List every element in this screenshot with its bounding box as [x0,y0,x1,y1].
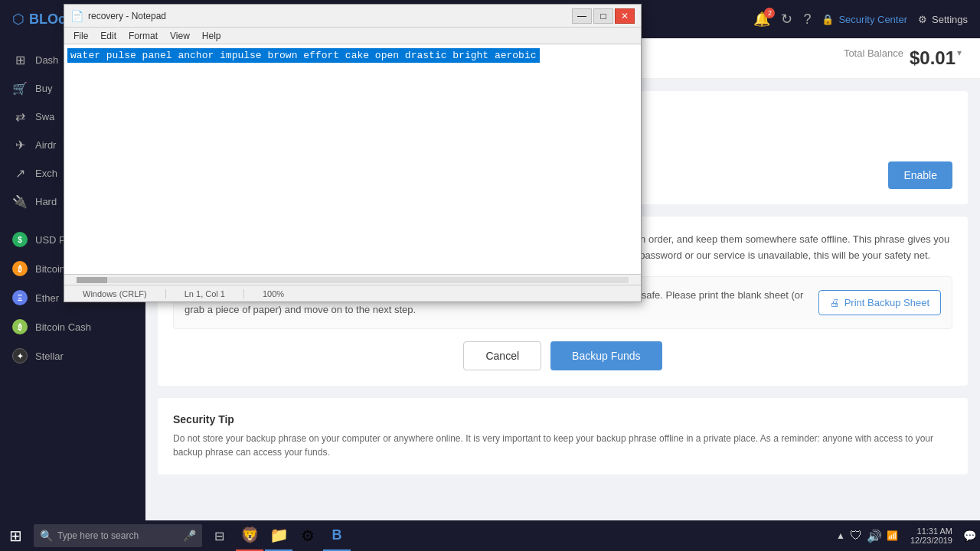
notepad-icon: 📄 [70,10,83,22]
menu-view[interactable]: View [164,29,196,43]
notepad-titlebar: 📄 recovery - Notepad — □ ✕ [64,5,641,28]
settings-label: Settings [932,14,968,25]
notepad-scrollthumb [77,277,107,283]
notepad-menubar: File Edit Format View Help [64,28,641,44]
notepad-window[interactable]: 📄 recovery - Notepad — □ ✕ File Edit For… [64,4,642,302]
security-tip-title: Security Tip [173,413,952,425]
taskbar-mic-icon: 🎤 [183,530,196,542]
exchange-icon: ↗ [12,166,28,181]
ether-icon: Ξ [12,290,28,305]
menu-format[interactable]: Format [122,29,164,43]
print-backup-button[interactable]: 🖨 Print Backup Sheet [818,290,941,315]
notepad-empty-area [67,63,638,269]
swap-icon: ⇄ [12,109,28,124]
action-row: Cancel Backup Funds [173,341,952,370]
backup-funds-button[interactable]: Backup Funds [550,341,662,370]
sidebar-label-airdrop: Airdr [35,139,56,151]
notepad-content[interactable]: water pulse panel anchor impulse brown e… [64,44,641,274]
notepad-selected-text: water pulse panel anchor impulse brown e… [67,48,540,63]
tray-volume-icon: 🔊 [867,529,882,543]
terminal-icon: ⚙ [301,527,315,545]
status-encoding: Windows (CRLF) [64,289,166,298]
settings-btn[interactable]: ⚙ Settings [918,14,968,25]
taskbar-date: 12/23/2019 [910,536,952,545]
task-view-button[interactable]: ⊟ [205,522,233,549]
sidebar-label-bitcoincash: Bitcoin Cash [35,321,91,333]
menu-help[interactable]: Help [196,29,227,43]
menu-file[interactable]: File [67,29,94,43]
enable-button[interactable]: Enable [888,161,952,189]
tray-vpn-icon: 🛡 [850,529,862,543]
close-button[interactable]: ✕ [615,8,635,24]
security-tip-text: Do not store your backup phrase on your … [173,432,952,459]
sidebar-label-exchange: Exch [35,168,57,179]
status-zoom: 100% [244,289,302,298]
taskbar-app-brave[interactable]: 🦁 [236,520,263,551]
usdpax-icon: $ [12,232,28,247]
airdrop-icon: ✈ [12,138,28,152]
logo-area: ⬡ BLOc [12,11,66,28]
system-tray: ▲ 🛡 🔊 📶 [830,529,904,543]
sidebar-label-stellar: Stellar [35,350,64,362]
total-balance-amount: $0.01 [910,47,956,69]
minimize-button[interactable]: — [572,8,592,24]
bitcoin-icon: ₿ [12,261,28,276]
sidebar-label-buy: Buy [35,83,52,94]
printer-icon: 🖨 [830,297,840,308]
cancel-button[interactable]: Cancel [463,341,541,370]
taskbar-search[interactable]: 🔍 Type here to search 🎤 [34,524,202,547]
refresh-icon[interactable]: ↻ [781,11,792,28]
total-balance-label: Total Balance [844,47,903,69]
balance-chevron: ▾ [957,47,962,69]
taskbar-app-blockchain[interactable]: B [323,520,351,551]
notepad-scrolltrack [77,277,629,283]
notepad-window-controls: — □ ✕ [572,8,635,24]
notepad-title: recovery - Notepad [88,11,572,21]
taskbar-time: 11:31 AM [917,527,952,536]
sidebar-label-ether: Ether [35,292,59,304]
start-button[interactable]: ⊞ [0,520,31,551]
logo-icon: ⬡ [12,11,24,28]
tray-network-icon: 📶 [887,530,898,541]
taskbar-clock[interactable]: 11:31 AM 12/23/2019 [904,527,959,545]
gear-icon: ⚙ [918,14,927,25]
status-position: Ln 1, Col 1 [166,289,244,298]
notepad-scrollbar-h[interactable] [64,274,641,285]
help-icon[interactable]: ? [803,11,811,28]
logo-text: BLOc [29,11,66,28]
explorer-icon: 📁 [270,526,289,544]
dashboard-icon: ⊞ [12,53,28,67]
print-backup-label: Print Backup Sheet [844,297,929,308]
notification-badge: 2 [764,8,775,18]
sidebar-label-swap: Swa [35,111,54,122]
notification-center-button[interactable]: 💬 [959,520,980,551]
taskbar-app-terminal[interactable]: ⚙ [294,520,322,551]
taskbar-app-explorer[interactable]: 📁 [265,520,292,551]
security-tip-card: Security Tip Do not store your backup ph… [158,398,968,474]
tray-expand-icon[interactable]: ▲ [836,530,845,541]
brave-icon: 🦁 [240,526,260,544]
sidebar-item-stellar[interactable]: ✦ Stellar [0,341,145,370]
buy-icon: 🛒 [12,81,28,96]
stellar-icon: ✦ [12,348,28,364]
security-center-label: Security Center [838,14,907,25]
taskbar-search-placeholder: Type here to search [57,530,139,541]
blockchain-taskbar-icon: B [332,527,342,543]
security-center-btn[interactable]: 🔒 Security Center [822,14,907,25]
sidebar-label-hardware: Hard [35,196,57,207]
taskbar: ⊞ 🔍 Type here to search 🎤 ⊟ 🦁 📁 ⚙ B ▲ 🛡 … [0,520,980,551]
taskbar-search-icon: 🔍 [40,530,53,542]
maximize-button[interactable]: □ [593,8,613,24]
hardware-icon: 🔌 [12,194,28,209]
sidebar-label-bitcoin: Bitcoin [35,263,65,275]
notepad-statusbar: Windows (CRLF) Ln 1, Col 1 100% [64,285,641,302]
notification-icon[interactable]: 🔔 2 [753,11,770,28]
menu-edit[interactable]: Edit [94,29,122,43]
shield-icon: 🔒 [822,14,834,25]
sidebar-item-bitcoincash[interactable]: ₿ Bitcoin Cash [0,312,145,341]
taskbar-apps: 🦁 📁 ⚙ B [236,520,351,551]
sidebar-label-dashboard: Dash [35,54,58,66]
bitcoincash-icon: ₿ [12,319,28,334]
